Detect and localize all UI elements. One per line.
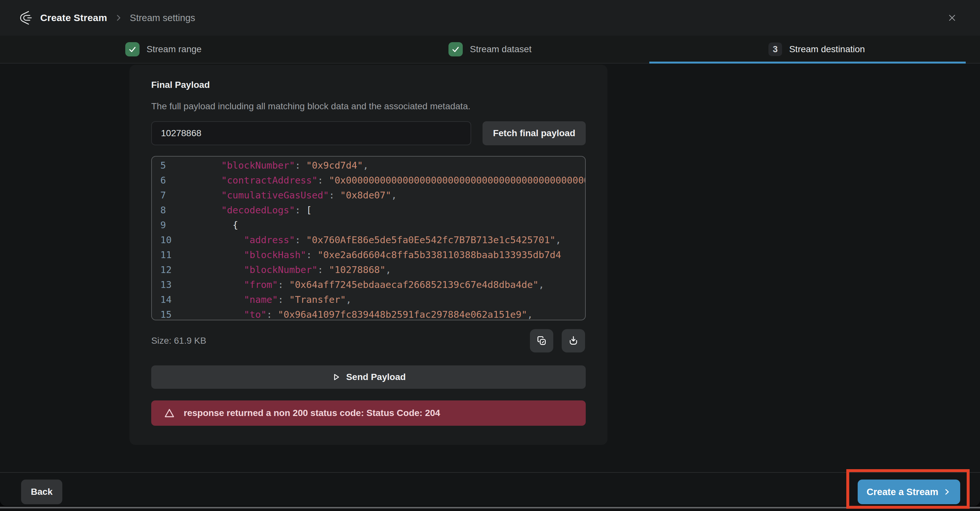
- line-number: 5: [160, 158, 175, 173]
- main-content: Final Payload The full payload including…: [0, 63, 980, 472]
- section-description: The full payload including all matching …: [151, 101, 471, 111]
- copy-payload-button[interactable]: [530, 329, 553, 352]
- code-line: 14 "name": "Transfer",: [152, 292, 585, 307]
- warning-icon: [164, 407, 175, 419]
- code-text: "to": "0x96a41097fc839448b2591fac297884e…: [176, 307, 533, 321]
- code-line: 12 "blockNumber": "10278868",: [152, 262, 585, 277]
- step-label: Stream destination: [789, 44, 865, 54]
- code-text: "decodedLogs": [: [176, 203, 312, 217]
- stream-logo-icon: [19, 10, 34, 25]
- code-text: "name": "Transfer",: [176, 292, 352, 307]
- send-payload-label: Send Payload: [346, 372, 406, 382]
- code-line: 8 "decodedLogs": [: [152, 203, 585, 217]
- code-line: 11 "blockHash": "0xe2a6d6604c8ffa5b33811…: [152, 248, 585, 262]
- create-stream-label: Create a Stream: [867, 487, 939, 497]
- line-number: 14: [160, 292, 175, 307]
- code-text: "blockNumber": "0x9cd7d4",: [176, 158, 369, 173]
- error-banner: response returned a non 200 status code:…: [151, 400, 586, 426]
- underlying-page-background: [0, 508, 980, 511]
- code-lines: 5 "blockNumber": "0x9cd7d4",6 "contractA…: [152, 157, 585, 321]
- page-title: Create Stream: [40, 12, 107, 23]
- footer-bar: Back Create a Stream: [0, 472, 980, 506]
- code-text: "from": "0x64aff7245ebdaaecaf266852139c6…: [176, 277, 544, 292]
- chevron-right-icon: [943, 488, 951, 496]
- line-number: 10: [160, 232, 175, 248]
- breadcrumb-chevron-icon: [114, 14, 123, 22]
- fetch-final-payload-button[interactable]: Fetch final payload: [482, 121, 586, 145]
- check-icon: [125, 42, 140, 56]
- error-message: response returned a non 200 status code:…: [184, 408, 440, 418]
- step-stream-dataset[interactable]: Stream dataset: [327, 36, 654, 63]
- check-icon: [449, 42, 463, 56]
- page-background: Create Stream Stream settings Stream ran…: [0, 0, 980, 511]
- section-heading: Final Payload: [151, 80, 210, 90]
- code-line: 13 "from": "0x64aff7245ebdaaecaf26685213…: [152, 277, 585, 292]
- step-number-badge: 3: [768, 43, 782, 56]
- final-payload-card: Final Payload The full payload including…: [129, 65, 608, 445]
- code-text: "blockHash": "0xe2a6d6604c8ffa5b33811038…: [176, 248, 561, 262]
- create-stream-button[interactable]: Create a Stream: [858, 479, 960, 504]
- step-stream-range[interactable]: Stream range: [0, 36, 327, 63]
- code-text: "contractAddress": "0x000000000000000000…: [176, 173, 585, 188]
- line-number: 7: [160, 188, 175, 203]
- code-line: 5 "blockNumber": "0x9cd7d4",: [152, 158, 585, 173]
- line-number: 13: [160, 277, 175, 292]
- step-label: Stream range: [147, 44, 202, 54]
- create-stream-modal: Create Stream Stream settings Stream ran…: [0, 0, 980, 506]
- code-line: 15 "to": "0x96a41097fc839448b2591fac2978…: [152, 307, 585, 321]
- block-number-input[interactable]: [151, 121, 471, 145]
- code-line: 6 "contractAddress": "0x0000000000000000…: [152, 173, 585, 188]
- back-button[interactable]: Back: [21, 479, 62, 504]
- code-line: 10 "address": "0x760AfE86e5de5fa0Ee542fc…: [152, 232, 585, 248]
- payload-code-viewer[interactable]: 5 "blockNumber": "0x9cd7d4",6 "contractA…: [151, 156, 586, 321]
- code-text: "cumulativeGasUsed": "0x8de07",: [176, 188, 397, 203]
- step-stream-destination[interactable]: 3 Stream destination: [653, 36, 980, 63]
- line-number: 11: [160, 248, 175, 262]
- line-number: 15: [160, 307, 175, 321]
- close-icon: [947, 13, 957, 23]
- close-button[interactable]: [943, 9, 961, 27]
- code-text: {: [176, 217, 238, 232]
- stepper: Stream range Stream dataset 3 Stream des…: [0, 36, 980, 63]
- code-text: "blockNumber": "10278868",: [176, 262, 391, 277]
- code-line: 9 {: [152, 217, 585, 232]
- code-line: 7 "cumulativeGasUsed": "0x8de07",: [152, 188, 585, 203]
- play-icon: [331, 372, 341, 382]
- line-number: 6: [160, 173, 175, 188]
- copy-icon: [536, 335, 547, 346]
- line-number: 12: [160, 262, 175, 277]
- download-payload-button[interactable]: [562, 329, 585, 352]
- download-icon: [568, 335, 579, 346]
- line-number: 8: [160, 203, 175, 217]
- line-number: 9: [160, 217, 175, 232]
- send-payload-button[interactable]: Send Payload: [151, 365, 586, 389]
- code-text: "address": "0x760AfE86e5de5fa0Ee542fc7B7…: [176, 232, 561, 248]
- payload-size-label: Size: 61.9 KB: [151, 329, 206, 352]
- breadcrumb: Stream settings: [130, 13, 195, 23]
- step-label: Stream dataset: [470, 44, 531, 54]
- top-bar: Create Stream Stream settings: [0, 0, 980, 36]
